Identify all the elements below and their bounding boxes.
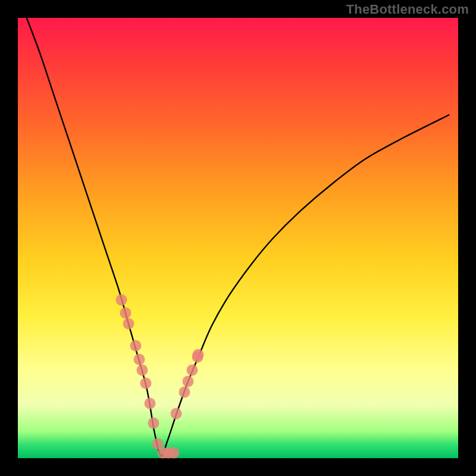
highlight-dot — [171, 408, 182, 419]
highlight-dot — [120, 307, 131, 318]
highlight-dot — [133, 353, 145, 365]
highlight-dot — [140, 378, 152, 389]
highlight-dot — [145, 397, 156, 409]
highlight-dot — [193, 349, 204, 361]
chart-frame: TheBottleneck.com — [0, 0, 476, 476]
highlight-dot — [182, 375, 193, 387]
bottleneck-curve — [27, 18, 449, 456]
plot-area — [18, 18, 458, 458]
highlight-dot — [148, 417, 159, 428]
curve-svg — [18, 18, 458, 458]
highlight-dot — [130, 340, 141, 352]
highlight-dot — [168, 447, 179, 459]
highlight-dot — [137, 365, 148, 376]
watermark-text: TheBottleneck.com — [346, 2, 469, 17]
highlight-dot — [115, 294, 127, 305]
highlight-dot — [178, 387, 190, 398]
highlight-dot — [187, 365, 198, 376]
highlight-dot — [123, 318, 134, 330]
